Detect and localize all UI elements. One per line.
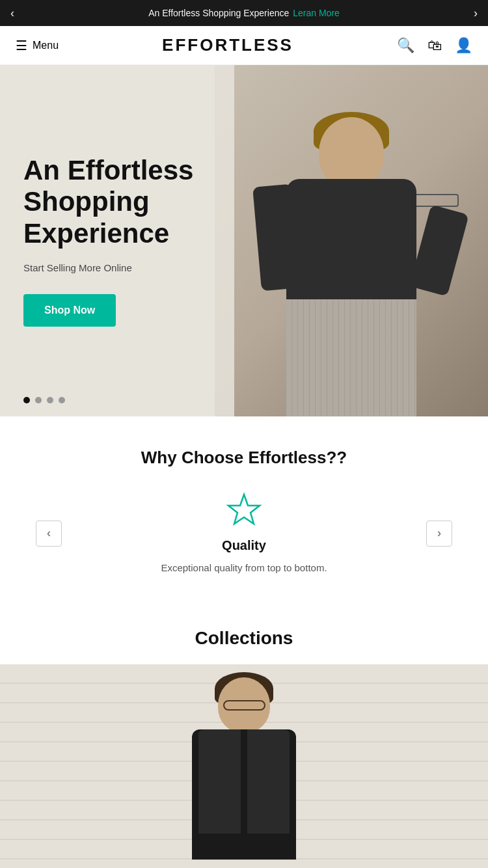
dot-1[interactable] [23, 397, 30, 403]
user-icon[interactable]: 👤 [455, 37, 472, 54]
feature-carousel: ‹ Quality Exceptional quality from top t… [16, 491, 472, 576]
banner-message: An Effortless Shopping Experience Leran … [148, 8, 340, 18]
person-arm-right [409, 204, 469, 296]
banner-prev-button[interactable]: ‹ [0, 7, 25, 20]
svg-marker-0 [228, 495, 260, 524]
dot-4[interactable] [59, 397, 65, 403]
hero-section: An Effortless Shopping Experience Start … [0, 65, 488, 416]
dot-3[interactable] [47, 397, 53, 403]
cart-icon[interactable]: 🛍 [427, 37, 442, 54]
banner-link[interactable]: Leran More [293, 8, 340, 18]
collections-title: Collections [0, 628, 488, 649]
top-banner: ‹ An Effortless Shopping Experience Lera… [0, 0, 488, 26]
header-actions: 🔍 🛍 👤 [397, 37, 472, 54]
hero-person-figure [234, 65, 488, 416]
feature-next-button[interactable]: › [426, 521, 452, 547]
dot-2[interactable] [35, 397, 42, 403]
banner-text: An Effortless Shopping Experience [148, 8, 289, 18]
chevron-left-icon: ‹ [10, 7, 14, 20]
feature-content: Quality Exceptional quality from top to … [75, 491, 413, 576]
collection-person-figure [192, 677, 296, 860]
banner-next-button[interactable]: › [463, 7, 488, 20]
search-icon[interactable]: 🔍 [397, 37, 414, 54]
menu-label: Menu [33, 40, 59, 51]
why-section: Why Choose Effortless?? ‹ Quality Except… [0, 416, 488, 602]
header: ☰ Menu EFFORTLESS 🔍 🛍 👤 [0, 26, 488, 65]
person-pants [286, 299, 416, 416]
shop-now-button[interactable]: Shop Now [23, 294, 116, 327]
collection-image [0, 664, 488, 869]
hamburger-icon: ☰ [16, 38, 27, 53]
menu-button[interactable]: ☰ Menu [16, 38, 59, 53]
feature-description: Exceptional quality from top to bottom. [161, 561, 327, 576]
hero-content: An Effortless Shopping Experience Start … [0, 65, 234, 416]
coll-glasses [223, 700, 265, 711]
why-title: Why Choose Effortless?? [16, 448, 472, 468]
quality-star-icon [224, 491, 264, 530]
hero-subtitle: Start Selling More Online [23, 262, 211, 273]
coll-head [218, 677, 270, 733]
collections-section: Collections [0, 602, 488, 869]
hero-carousel-dots [23, 397, 65, 403]
feature-name: Quality [222, 538, 266, 553]
person-head [319, 117, 384, 189]
logo: EFFORTLESS [162, 35, 293, 55]
chevron-right-icon: › [474, 7, 478, 20]
feature-prev-button[interactable]: ‹ [36, 521, 62, 547]
hero-title: An Effortless Shopping Experience [23, 155, 211, 249]
coll-jacket [192, 729, 296, 860]
